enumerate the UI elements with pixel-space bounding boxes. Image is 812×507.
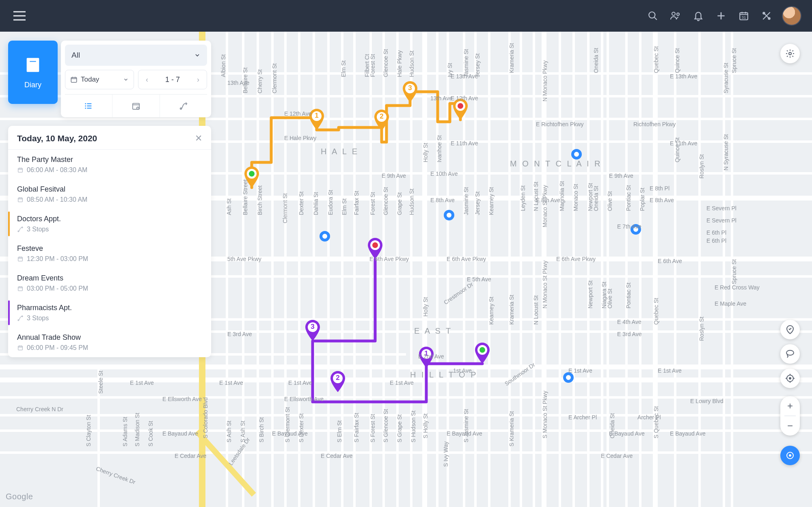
filter-dropdown[interactable]: All	[65, 45, 207, 66]
event-title: Global Fesitval	[17, 185, 202, 194]
street-label: S Jasmine St	[463, 409, 469, 442]
add-button[interactable]	[711, 6, 731, 26]
street-label: Elm St	[341, 198, 348, 215]
svg-rect-38	[18, 198, 23, 202]
svg-point-10	[458, 103, 463, 109]
route-start-pin[interactable]	[474, 343, 490, 364]
route-end-pin[interactable]	[452, 99, 469, 120]
street-label: E 10th Ave	[430, 170, 458, 177]
event-item[interactable]: Festeve12:30 PM - 03:00 PM	[8, 239, 211, 268]
svg-rect-30	[71, 78, 77, 82]
street-label: Bellaire St	[242, 67, 248, 93]
street-label: S Ivy Way	[443, 442, 449, 467]
bell-icon	[693, 11, 704, 21]
plus-icon	[716, 11, 726, 21]
street-label: E Richtofhen Pkwy	[536, 121, 584, 127]
event-item[interactable]: Dream Events03:00 PM - 05:00 PM	[8, 268, 211, 298]
zoom-in-button[interactable]: +	[780, 396, 800, 416]
street-label: Elm St	[340, 60, 347, 77]
calendar-view-icon	[132, 101, 140, 110]
neighborhood-label: H I L L T O P	[410, 370, 478, 380]
range-prev-button[interactable]: ‹	[138, 76, 155, 84]
checkin-icon	[785, 325, 795, 334]
street-label: Oneida St	[593, 48, 599, 73]
street-label: N Monaco Pkwy	[542, 60, 548, 101]
diary-tile[interactable]: Diary	[8, 41, 58, 104]
map-checkin-button[interactable]	[780, 320, 800, 339]
date-preset-value: Today	[81, 76, 99, 84]
svg-rect-37	[18, 168, 23, 172]
svg-point-0	[649, 12, 655, 18]
locate-icon	[785, 373, 795, 383]
event-item[interactable]: Doctors Appt.3 Stops	[8, 209, 211, 239]
svg-point-17	[372, 242, 378, 248]
date-preset-dropdown[interactable]: Today	[65, 70, 134, 89]
diary-label: Diary	[24, 81, 41, 89]
poi-pin[interactable]	[444, 210, 454, 220]
street-label: Jasmine St	[463, 49, 469, 77]
svg-point-35	[137, 107, 139, 110]
street-label: Steele St	[97, 371, 104, 394]
svg-rect-29	[29, 65, 34, 67]
event-meta: 06:00 PM - 09:45 PM	[17, 344, 202, 352]
people-button[interactable]	[666, 6, 685, 26]
tools-button[interactable]	[757, 6, 776, 26]
notifications-button[interactable]	[689, 6, 708, 26]
event-item[interactable]: Pharmacists Apt.3 Stops	[8, 298, 211, 328]
svg-point-2	[677, 13, 679, 15]
street-label: N Syracuse St	[723, 134, 729, 170]
route-stop-pin[interactable]: 2	[330, 371, 346, 392]
event-meta: 03:00 PM - 05:00 PM	[17, 285, 202, 292]
street-label: Cherry St	[257, 69, 263, 93]
tab-calendar[interactable]	[112, 95, 160, 117]
street-label: E 3rd Ave	[617, 331, 641, 337]
street-label: Ash St	[226, 198, 232, 215]
list-icon	[84, 101, 93, 110]
street-label: Pontiac St	[625, 283, 632, 309]
street-label: Ivy St	[447, 63, 453, 77]
map-mylocation-button[interactable]	[780, 446, 800, 465]
date-range-stepper: ‹ 1 - 7 ›	[138, 70, 207, 89]
street-label: E Hale Pkwy	[284, 135, 316, 141]
street-label: Spruce St	[731, 259, 737, 284]
zoom-control: + −	[780, 396, 800, 436]
range-next-button[interactable]: ›	[190, 76, 207, 84]
calendar-button[interactable]: 31	[734, 6, 754, 26]
street-label: E 6th Pl	[706, 229, 726, 236]
map-settings-button[interactable]	[780, 44, 800, 63]
street-label: E Bayaud Ave	[670, 430, 706, 437]
svg-point-24	[789, 378, 791, 379]
zoom-out-button[interactable]: −	[780, 416, 800, 436]
events-close-button[interactable]: ✕	[195, 133, 202, 144]
search-button[interactable]	[643, 6, 663, 26]
street-label: S Ash St	[240, 421, 246, 442]
street-label: Fairfax St	[353, 191, 360, 215]
event-meta: 08:50 AM - 10:30 AM	[17, 196, 202, 203]
menu-button[interactable]	[11, 7, 28, 25]
neighborhood-label: H A L E	[321, 147, 359, 156]
event-title: Dream Events	[17, 274, 202, 283]
tab-route[interactable]	[160, 95, 207, 117]
route-stop-pin[interactable]: 2	[374, 110, 390, 131]
svg-rect-45	[18, 346, 23, 350]
street-label: E 1st Ave	[658, 367, 682, 374]
event-item[interactable]: The Party Master06:00 AM - 08:30 AM	[8, 150, 211, 179]
event-item[interactable]: Global Fesitval08:50 AM - 10:30 AM	[8, 179, 211, 209]
map-lasso-button[interactable]	[780, 344, 800, 364]
street-label: Monaco St	[572, 184, 579, 211]
neighborhood-label: E A S T	[414, 326, 452, 336]
street-label: S Grape St	[396, 414, 403, 442]
street-label: Krameria St	[508, 43, 515, 73]
event-item[interactable]: Annual Trade Show06:00 PM - 09:45 PM	[8, 328, 211, 357]
route-stop-pin[interactable]: 3	[402, 81, 418, 102]
tab-list[interactable]	[65, 95, 112, 117]
street-label: Forest St	[369, 192, 376, 215]
map-locate-button[interactable]	[780, 369, 800, 388]
street-label: Cherry Creek Dr	[95, 465, 136, 485]
poi-pin[interactable]	[320, 231, 330, 242]
poi-pin[interactable]	[571, 149, 582, 160]
user-avatar[interactable]	[782, 6, 801, 26]
range-value: 1 - 7	[155, 76, 190, 84]
route-stop-pin[interactable]: 3	[304, 320, 321, 341]
street-label: Clermont St	[271, 63, 278, 93]
